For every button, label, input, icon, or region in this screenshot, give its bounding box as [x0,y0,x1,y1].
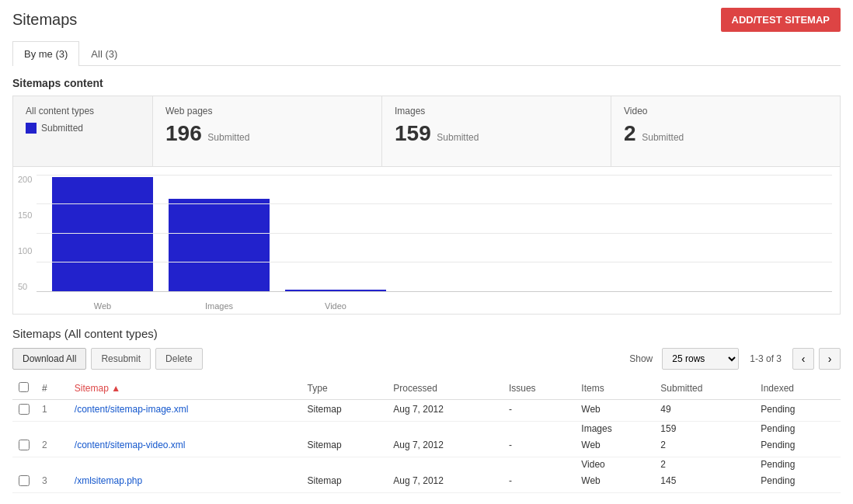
grid-line-50 [37,262,832,262]
row-type-3: Sitemap [301,471,388,493]
row-num-1: 1 [36,400,68,422]
row-issues-2: - [503,436,575,457]
col-header-issues: Issues [503,377,575,400]
card-all-types-label: All content types [26,106,140,116]
row-items-type-1a: Web [575,400,654,422]
sitemap-link-3[interactable]: /xmlsitemap.php [75,475,142,486]
card-video-sub: Submitted [642,132,684,143]
row-sitemap-3: /xmlsitemap.php [68,471,301,493]
card-images-number: 159 [395,121,431,145]
tab-by-me[interactable]: By me (3) [12,41,79,66]
content-cards: All content types Submitted Web pages 19… [12,96,841,167]
row-indexed-2a: Pending [754,436,841,457]
x-label-video: Video [277,301,394,311]
tabs-bar: By me (3) All (3) [12,41,841,66]
show-label: Show [629,353,653,364]
sitemap-link-2[interactable]: /content/sitemap-video.xml [75,440,186,450]
row-num-2: 2 [36,436,68,457]
chart-container: 200 150 100 50 [12,167,841,315]
row-checkbox-2[interactable] [19,440,30,450]
legend-color-submitted [26,123,37,134]
x-label-images: Images [161,301,277,311]
card-video: Video 2 Submitted [611,96,840,166]
col-header-num: # [36,377,68,400]
sitemaps-table: # Sitemap ▲ Type Processed Issues Items … [12,377,841,493]
table-toolbar: Download All Resubmit Delete Show 25 row… [12,348,841,370]
row-submitted-3a: 145 [654,471,754,493]
bar-web [52,177,153,291]
card-images-sub: Submitted [437,132,479,143]
pagination-info: 1-3 of 3 [750,353,782,364]
pagination-next-button[interactable]: › [819,348,841,370]
row-processed-3: Aug 7, 2012 [387,471,503,493]
resubmit-button[interactable]: Resubmit [91,348,151,370]
col-header-sitemap[interactable]: Sitemap ▲ [68,377,301,400]
grid-line-100 [37,233,832,234]
table-row: 2 /content/sitemap-video.xml Sitemap Aug… [12,436,841,457]
card-web-label: Web pages [165,106,369,116]
card-web-pages: Web pages 196 Submitted [153,96,382,166]
table-row: Video 2 Pending [12,457,841,472]
tab-all[interactable]: All (3) [79,41,129,66]
card-all-types: All content types Submitted [13,96,153,166]
row-processed-1: Aug 7, 2012 [387,400,503,422]
col-header-type: Type [301,377,388,400]
table-row: 3 /xmlsitemap.php Sitemap Aug 7, 2012 - … [12,471,841,493]
bar-group-web [44,177,161,291]
delete-button[interactable]: Delete [155,348,203,370]
download-all-button[interactable]: Download All [12,348,86,370]
row-items-type-2b: Video [575,457,654,472]
pagination-prev-button[interactable]: ‹ [792,348,814,370]
row-submitted-1a: 49 [654,400,754,422]
row-sitemap-1: /content/sitemap-image.xml [68,400,301,422]
grid-line-150 [37,203,832,204]
x-label-web: Web [44,301,161,311]
row-items-type-2a: Web [575,436,654,457]
row-issues-1: - [503,400,575,422]
row-sitemap-2: /content/sitemap-video.xml [68,436,301,457]
row-checkbox-3[interactable] [19,475,30,486]
row-submitted-2a: 2 [654,436,754,457]
row-type-2: Sitemap [301,436,388,457]
grid-line-0 [37,291,832,292]
row-issues-3: - [503,471,575,493]
card-images-label: Images [395,106,598,116]
y-label-100: 100 [18,246,32,255]
grid-line-200 [37,175,832,176]
row-indexed-3a: Pending [754,471,841,493]
row-checkbox-1[interactable] [19,404,30,415]
sitemap-link-1[interactable]: /content/sitemap-image.xml [75,404,189,415]
row-type-1: Sitemap [301,400,388,422]
row-indexed-1b: Pending [754,422,841,436]
rows-per-page-select[interactable]: 25 rows 10 rows 50 rows 100 rows [662,348,739,370]
table-row: 1 /content/sitemap-image.xml Sitemap Aug… [12,400,841,422]
y-label-150: 150 [18,210,32,220]
card-video-label: Video [624,106,827,116]
row-items-type-3a: Web [575,471,654,493]
x-labels: Web Images Video [44,301,832,311]
row-indexed-1a: Pending [754,400,841,422]
col-header-indexed: Indexed [754,377,841,400]
add-test-sitemap-button[interactable]: ADD/TEST SITEMAP [721,8,841,32]
card-images: Images 159 Submitted [382,96,611,166]
table-row: Images 159 Pending [12,422,841,436]
select-all-checkbox[interactable] [19,382,29,392]
row-submitted-1b: 159 [654,422,754,436]
row-processed-2: Aug 7, 2012 [387,436,503,457]
row-num-3: 3 [36,471,68,493]
y-label-200: 200 [18,175,32,184]
col-header-items: Items [575,377,654,400]
row-items-type-1b: Images [575,422,654,436]
sitemaps-content-title: Sitemaps content [12,77,841,89]
page-title: Sitemaps [12,11,77,29]
bar-images [169,199,270,291]
table-section-title: Sitemaps (All content types) [12,327,841,340]
col-header-processed: Processed [387,377,503,400]
col-header-submitted: Submitted [654,377,754,400]
legend-label-submitted: Submitted [41,123,83,134]
card-web-number: 196 [165,121,202,145]
card-video-number: 2 [624,121,636,145]
bar-group-images [161,199,277,291]
y-label-50: 50 [18,282,32,291]
card-web-sub: Submitted [207,132,249,143]
